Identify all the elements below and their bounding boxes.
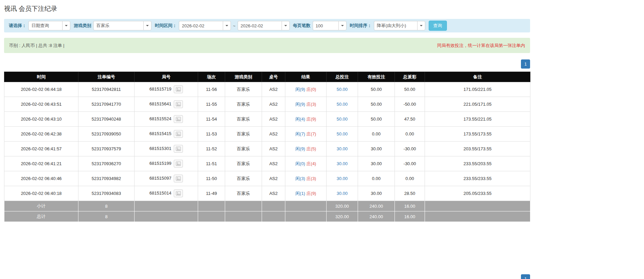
round-video-button[interactable]	[174, 115, 183, 123]
total-bet-cell: 30.00	[327, 156, 358, 171]
round-cell: 681515097	[135, 171, 198, 186]
valid-bet-notice-text: 同局有效投注，统一计算在该局第一张注单内	[437, 43, 525, 49]
total-total-bet: 320.00	[327, 211, 358, 222]
bet-id: 523170936270	[78, 156, 135, 171]
bet-time: 2026-02-02 06:44:18	[4, 82, 78, 97]
date-to-input[interactable]	[238, 21, 282, 30]
pagination-page-1-button-bottom[interactable]: 1	[521, 274, 530, 279]
result-cell: 闲(9) 庄(5)	[285, 142, 327, 156]
page-size-dropdown-button[interactable]	[338, 21, 347, 30]
date-to-dropdown-button[interactable]	[282, 21, 290, 30]
date-to-picker	[238, 21, 290, 30]
game-type-input[interactable]	[93, 21, 143, 30]
round-video-button[interactable]	[174, 100, 183, 108]
payout: 28.50	[395, 186, 425, 201]
game-type-dropdown-button[interactable]	[143, 21, 151, 30]
round-cell: 681515524	[135, 112, 198, 127]
result-player: 闲(9)	[295, 146, 305, 151]
query-type-input[interactable]	[28, 21, 62, 30]
round-video-button[interactable]	[174, 145, 183, 153]
bet-id: 523170939050	[78, 127, 135, 142]
round-video-button[interactable]	[174, 189, 183, 197]
round-id: 681515524	[149, 116, 171, 121]
valid-bet: 50.00	[358, 82, 395, 97]
round-cell: 681515301	[135, 142, 198, 156]
total-bet-cell: 50.00	[327, 82, 358, 97]
column-header-game-type: 游戏类别	[225, 72, 262, 82]
bet-id: 523170937579	[78, 142, 135, 156]
date-range-separator: ~	[233, 23, 236, 28]
bet-time: 2026-02-02 06:43:51	[4, 97, 78, 112]
total-bet-cell: 30.00	[327, 186, 358, 201]
game-type: 百家乐	[225, 142, 262, 156]
session: 11-52	[198, 142, 225, 156]
round-video-button[interactable]	[174, 160, 183, 168]
total-bet-link[interactable]: 30.00	[337, 161, 348, 166]
table-number: AS2	[262, 171, 285, 186]
round-id: 681515301	[149, 146, 171, 151]
result-cell: 闲(0) 庄(4)	[285, 156, 327, 171]
table-number: AS2	[262, 186, 285, 201]
time-sort-label: 时间排序：	[350, 23, 372, 29]
remark: 221.05/171.05	[425, 97, 530, 112]
total-bet-link[interactable]: 30.00	[337, 146, 348, 151]
remark: 233.55/233.55	[425, 171, 530, 186]
session: 11-55	[198, 97, 225, 112]
video-thumbnail-icon	[176, 161, 181, 166]
column-header-valid-bet: 有效投注	[358, 72, 395, 82]
remark: 173.55/221.05	[425, 112, 530, 127]
date-from-picker	[179, 21, 231, 30]
total-bet-link[interactable]: 30.00	[337, 176, 348, 181]
result-player: 闲(9)	[295, 102, 305, 107]
result-cell: 闲(3) 庄(3)	[285, 171, 327, 186]
column-header-remark: 备注	[425, 72, 530, 82]
round-cell: 681515719	[135, 82, 198, 97]
chevron-down-icon	[225, 25, 228, 26]
table-number: AS2	[262, 142, 285, 156]
query-type-dropdown-button[interactable]	[62, 21, 70, 30]
bet-time: 2026-02-02 06:43:10	[4, 112, 78, 127]
bet-time: 2026-02-02 06:41:57	[4, 142, 78, 156]
pagination-page-1-button[interactable]: 1	[521, 59, 530, 69]
total-bet-link[interactable]: 50.00	[337, 87, 348, 92]
valid-bet: 30.00	[358, 186, 395, 201]
valid-bet: 50.00	[358, 97, 395, 112]
result-banker: 庄(0)	[306, 87, 316, 92]
video-thumbnail-icon	[176, 132, 181, 136]
video-thumbnail-icon	[176, 176, 181, 181]
table-footer: 小计 8 320.00 240.00 16.00 总计 8 3	[4, 201, 530, 222]
total-bet-link[interactable]: 50.00	[337, 131, 348, 136]
total-bet-cell: 50.00	[327, 97, 358, 112]
result-player: 闲(7)	[295, 131, 305, 136]
total-label: 总计	[4, 211, 78, 222]
table-row: 2026-02-02 06:42:38 523170939050 6815154…	[4, 127, 530, 142]
filter-bar: 请选择： 游戏类别 时间区间： ~ 每页笔数 时间排序：	[4, 19, 530, 32]
round-video-button[interactable]	[174, 130, 183, 138]
result-player: 闲(1)	[295, 191, 305, 196]
session: 11-51	[198, 156, 225, 171]
table-body: 2026-02-02 06:44:18 523170942811 6815157…	[4, 82, 530, 201]
time-sort-dropdown-button[interactable]	[417, 21, 425, 30]
column-header-time: 时间	[4, 72, 78, 82]
date-from-input[interactable]	[179, 21, 223, 30]
game-type: 百家乐	[225, 112, 262, 127]
total-bet-link[interactable]: 50.00	[337, 117, 348, 122]
result-banker: 庄(4)	[306, 161, 316, 166]
round-video-button[interactable]	[174, 175, 183, 182]
result-banker: 庄(9)	[306, 191, 316, 196]
total-bet-link[interactable]: 30.00	[337, 191, 348, 196]
round-video-button[interactable]	[174, 85, 183, 93]
table-row: 2026-02-02 06:40:18 523170934083 6815150…	[4, 186, 530, 201]
payout: -30.00	[395, 142, 425, 156]
date-from-dropdown-button[interactable]	[223, 21, 231, 30]
betting-records-table: 时间 注单编号 局号 场次 游戏类别 桌号 结果 总投注 有效投注 总派彩 备注…	[4, 72, 530, 222]
page-size-input[interactable]	[313, 21, 338, 30]
time-sort-input[interactable]	[374, 21, 417, 30]
bet-id: 523170942811	[78, 82, 135, 97]
total-bet-link[interactable]: 50.00	[337, 102, 348, 107]
round-id: 681515641	[149, 101, 171, 106]
result-cell: 闲(9) 庄(0)	[285, 82, 327, 97]
query-button[interactable]: 查询	[429, 21, 447, 31]
page-title: 视讯 会员下注纪录	[4, 4, 530, 13]
table-row: 2026-02-02 06:44:18 523170942811 6815157…	[4, 82, 530, 97]
